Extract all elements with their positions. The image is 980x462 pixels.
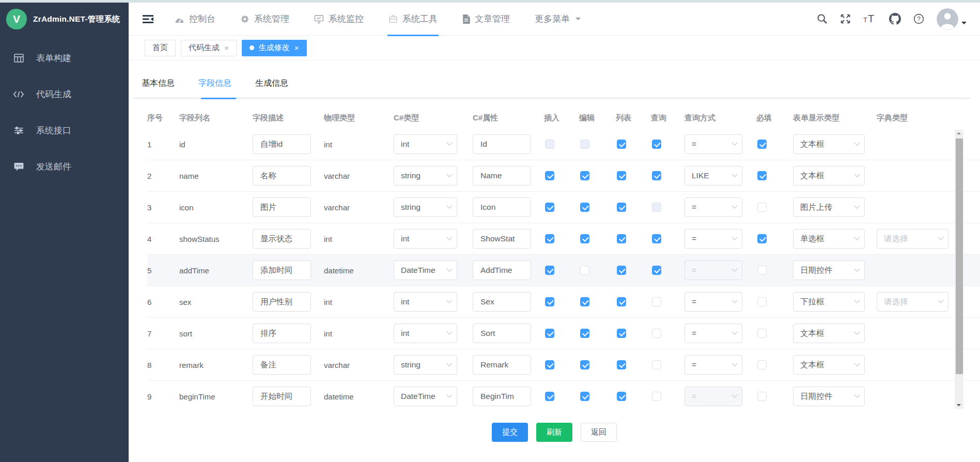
query-checkbox[interactable] (652, 140, 661, 149)
list-checkbox[interactable] (617, 329, 626, 338)
description-input[interactable]: 用户性别 (253, 292, 311, 312)
insert-checkbox[interactable] (545, 392, 554, 401)
description-input[interactable]: 添加时间 (253, 260, 311, 280)
back-button[interactable]: 返回 (581, 423, 617, 442)
query-mode-select[interactable]: LIKE (685, 166, 742, 186)
sidebar-item-send-mail[interactable]: 发送邮件 (0, 148, 129, 184)
query-mode-select[interactable]: = (685, 197, 742, 217)
nav-item-more-menu[interactable]: 更多菜单 (534, 3, 582, 36)
query-mode-select[interactable]: = (685, 324, 742, 343)
nav-item-article-manage[interactable]: 文章管理 (461, 3, 511, 36)
submit-button[interactable]: 提交 (492, 423, 528, 442)
display-type-select[interactable]: 文本框 (793, 355, 865, 375)
tab-basic-info[interactable]: 基本信息 (142, 78, 175, 98)
query-checkbox[interactable] (652, 266, 661, 275)
list-checkbox[interactable] (617, 234, 626, 243)
csharp-property-input[interactable]: Sort (473, 324, 531, 343)
list-checkbox[interactable] (617, 392, 626, 401)
nav-item-system-monitor[interactable]: 系统监控 (313, 3, 365, 36)
scroll-down-arrow-icon[interactable] (957, 404, 961, 406)
csharp-type-select[interactable]: int (394, 229, 457, 249)
scroll-up-arrow-icon[interactable] (957, 132, 961, 134)
display-type-select[interactable]: 文本框 (793, 324, 865, 343)
required-checkbox[interactable] (757, 360, 767, 369)
insert-checkbox[interactable] (545, 297, 554, 306)
nav-item-console[interactable]: 控制台 (174, 3, 216, 36)
github-icon[interactable] (889, 13, 901, 25)
description-input[interactable]: 名称 (253, 166, 311, 186)
display-type-select[interactable]: 图片上传 (793, 197, 865, 217)
description-input[interactable]: 自增id (253, 134, 311, 154)
query-checkbox[interactable] (652, 392, 661, 401)
refresh-button[interactable]: 刷新 (536, 423, 572, 442)
query-checkbox[interactable] (652, 360, 661, 369)
display-type-select[interactable]: 日期控件 (793, 260, 865, 280)
required-checkbox[interactable] (757, 392, 767, 401)
edit-checkbox[interactable] (580, 266, 589, 275)
required-checkbox[interactable] (757, 171, 767, 180)
table-scrollbar[interactable] (955, 130, 963, 409)
list-checkbox[interactable] (617, 203, 626, 212)
csharp-type-select[interactable]: int (394, 324, 457, 343)
csharp-type-select[interactable]: int (394, 292, 457, 312)
display-type-select[interactable]: 文本框 (793, 134, 865, 154)
required-checkbox[interactable] (757, 297, 767, 306)
description-input[interactable]: 图片 (253, 197, 311, 217)
fullscreen-icon[interactable] (840, 13, 851, 24)
help-icon[interactable]: ? (913, 13, 924, 24)
description-input[interactable]: 开始时间 (253, 387, 311, 406)
close-icon[interactable]: × (294, 44, 299, 52)
query-mode-select[interactable]: = (685, 229, 742, 249)
csharp-property-input[interactable]: Id (473, 134, 531, 154)
edit-checkbox[interactable] (580, 203, 589, 212)
required-checkbox[interactable] (757, 329, 767, 338)
edit-checkbox[interactable] (580, 234, 589, 243)
dict-type-select[interactable]: 请选择 (877, 292, 948, 312)
description-input[interactable]: 显示状态 (253, 229, 311, 249)
scrollbar-thumb[interactable] (956, 138, 963, 374)
dict-type-select[interactable]: 请选择 (877, 229, 948, 249)
tab-field-info[interactable]: 字段信息 (198, 78, 231, 98)
tab-gen-info[interactable]: 生成信息 (255, 78, 288, 98)
query-checkbox[interactable] (652, 297, 661, 306)
sidebar-item-form-build[interactable]: 表单构建 (0, 40, 129, 76)
insert-checkbox[interactable] (545, 234, 554, 243)
query-checkbox[interactable] (652, 171, 661, 180)
edit-checkbox[interactable] (580, 329, 589, 338)
csharp-property-input[interactable]: Sex (473, 292, 531, 312)
csharp-type-select[interactable]: string (394, 355, 457, 375)
query-mode-select[interactable]: = (685, 355, 742, 375)
user-avatar-menu[interactable] (937, 8, 967, 30)
csharp-property-input[interactable]: BeginTim (473, 387, 531, 406)
csharp-type-select[interactable]: DateTime (394, 260, 457, 280)
tag-gen-edit[interactable]: 生成修改× (242, 40, 307, 56)
edit-checkbox[interactable] (580, 392, 589, 401)
display-type-select[interactable]: 日期控件 (793, 387, 865, 406)
font-size-icon[interactable]: TT (863, 13, 877, 24)
nav-item-system-manage[interactable]: 系统管理 (239, 3, 290, 36)
sidebar-item-system-api[interactable]: 系统接口 (0, 112, 129, 148)
list-checkbox[interactable] (617, 297, 626, 306)
insert-checkbox[interactable] (545, 360, 554, 369)
list-checkbox[interactable] (617, 360, 626, 369)
description-input[interactable]: 排序 (253, 324, 311, 343)
display-type-select[interactable]: 单选框 (793, 229, 865, 249)
csharp-property-input[interactable]: ShowStat (473, 229, 531, 249)
list-checkbox[interactable] (617, 266, 626, 275)
sidebar-item-code-gen[interactable]: 代码生成 (0, 76, 129, 112)
csharp-property-input[interactable]: Icon (473, 197, 531, 217)
close-icon[interactable]: × (224, 44, 229, 52)
insert-checkbox[interactable] (545, 329, 554, 338)
csharp-property-input[interactable]: Remark (473, 355, 531, 375)
edit-checkbox[interactable] (580, 360, 589, 369)
tag-home[interactable]: 首页 (145, 40, 176, 56)
required-checkbox[interactable] (757, 266, 767, 275)
description-input[interactable]: 备注 (253, 355, 311, 375)
insert-checkbox[interactable] (545, 266, 554, 275)
required-checkbox[interactable] (757, 140, 767, 149)
nav-item-system-tools[interactable]: 系统工具 (387, 3, 439, 36)
display-type-select[interactable]: 文本框 (793, 166, 865, 186)
tag-code-gen[interactable]: 代码生成× (181, 40, 237, 56)
csharp-type-select[interactable]: string (394, 166, 457, 186)
csharp-type-select[interactable]: string (394, 197, 457, 217)
